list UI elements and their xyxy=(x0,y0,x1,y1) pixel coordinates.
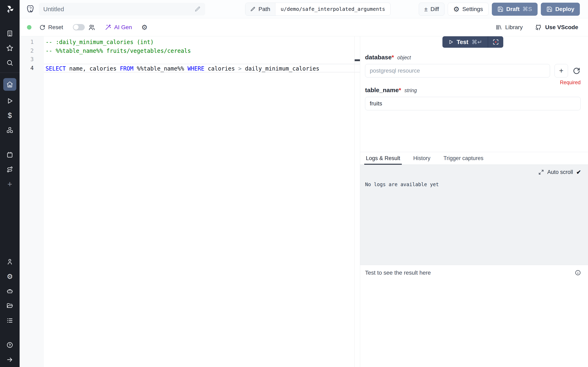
building-icon xyxy=(6,30,13,37)
sidebar-item-favorites[interactable] xyxy=(3,44,16,53)
add-resource-button[interactable]: + xyxy=(554,64,568,77)
deploy-button[interactable]: Deploy xyxy=(541,3,580,16)
sidebar-item-home[interactable] xyxy=(3,78,16,91)
toggle-knob xyxy=(73,25,79,30)
sidebar-item-help[interactable] xyxy=(3,341,16,350)
collaboration-toggle[interactable] xyxy=(73,24,85,30)
sidebar-item-workers[interactable] xyxy=(3,287,16,296)
sidebar-item-schedules[interactable] xyxy=(3,150,16,159)
code-line[interactable]: -- :daily_minimum_calories (int) xyxy=(44,38,360,47)
logs-pane: Auto scroll ✔ No logs are available yet xyxy=(360,165,588,265)
autoscroll-label[interactable]: Auto scroll xyxy=(547,169,573,175)
param-database: database* object + Required xyxy=(365,54,581,85)
diff-icon: ± xyxy=(424,6,428,13)
sidebar-item-flows[interactable] xyxy=(3,165,16,174)
settings-button[interactable]: ⚙ Settings xyxy=(448,3,489,16)
gear-icon: ⚙ xyxy=(7,273,13,280)
play-icon xyxy=(6,98,13,104)
sidebar-item-account[interactable] xyxy=(3,257,16,266)
path-label: Path xyxy=(259,6,270,12)
postgresql-icon xyxy=(25,4,35,14)
script-title: Untitled xyxy=(43,6,195,13)
sidebar: $ + ⚙ xyxy=(0,0,20,367)
edit-pencil-icon[interactable] xyxy=(195,6,201,12)
reset-button[interactable]: Reset xyxy=(39,24,63,31)
plus-icon: + xyxy=(7,180,12,189)
expand-icon[interactable] xyxy=(538,169,544,175)
ai-gen-wand-icon xyxy=(105,24,111,31)
path-value: u/demo/safe_interpolated_arguments xyxy=(276,3,390,16)
topbar: Untitled Path u/demo/safe_interpolated_a… xyxy=(20,0,588,18)
diff-button[interactable]: ± Diff xyxy=(419,3,444,16)
arrow-right-icon xyxy=(6,356,13,363)
panel-tabs: Logs & Result History Trigger captures xyxy=(360,152,588,165)
tab-logs-result[interactable]: Logs & Result xyxy=(365,152,401,165)
result-pane: Test to see the result here xyxy=(360,265,588,367)
windmill-logo-icon[interactable] xyxy=(5,4,15,14)
sidebar-item-add[interactable]: + xyxy=(3,180,16,189)
result-hint: Test to see the result here xyxy=(365,269,575,276)
logs-empty-message: No logs are available yet xyxy=(365,182,588,187)
settings-label: Settings xyxy=(462,6,483,12)
test-button[interactable]: Test ⌘↵ xyxy=(442,36,503,48)
sidebar-collapse-button[interactable] xyxy=(3,355,16,364)
draft-label: Draft xyxy=(506,6,520,12)
draft-button[interactable]: Draft ⌘S xyxy=(492,3,537,16)
ai-gen-label: AI Gen xyxy=(114,24,132,31)
path-button[interactable]: Path u/demo/safe_interpolated_arguments xyxy=(245,3,390,16)
sidebar-item-resources[interactable] xyxy=(3,126,16,135)
line-number: 1 xyxy=(20,38,44,47)
capture-button[interactable] xyxy=(488,36,503,48)
edit-pencil-icon xyxy=(250,7,256,12)
save-floppy-icon xyxy=(546,6,553,12)
reset-label: Reset xyxy=(48,24,63,31)
gutter: 1234 xyxy=(20,36,44,367)
code-lines: -- :daily_minimum_calories (int)-- %%tab… xyxy=(44,36,360,72)
editor-settings-gear-icon[interactable]: ⚙ xyxy=(141,24,147,31)
sidebar-item-settings[interactable]: ⚙ xyxy=(3,272,16,281)
code-line[interactable]: -- %%table_name%% fruits/vegetables/cere… xyxy=(44,47,360,55)
sidebar-item-workspace[interactable] xyxy=(3,29,16,38)
sidebar-item-runs[interactable] xyxy=(3,96,16,105)
app-root: $ + ⚙ xyxy=(0,0,588,367)
collaboration-users-icon xyxy=(88,24,95,31)
sidebar-item-search[interactable] xyxy=(3,58,16,67)
topbar-actions: ± Diff ⚙ Settings Draft ⌘S Deploy xyxy=(419,3,580,16)
info-icon[interactable] xyxy=(575,269,581,276)
code-line[interactable]: SELECT name, calories FROM %%table_name%… xyxy=(44,64,360,73)
draft-shortcut: ⌘S xyxy=(522,6,532,12)
collaboration-control[interactable] xyxy=(73,24,95,31)
param-database-type: object xyxy=(397,55,411,60)
ai-gen-button[interactable]: AI Gen xyxy=(105,24,132,31)
person-icon xyxy=(6,258,13,265)
refresh-resources-button[interactable] xyxy=(572,67,581,75)
script-title-field[interactable]: Untitled xyxy=(39,3,205,16)
toolbar-right: Library Use VScode xyxy=(495,24,578,31)
code-line[interactable] xyxy=(44,55,360,64)
autoscroll-check-icon[interactable]: ✔ xyxy=(576,169,581,175)
database-input[interactable] xyxy=(365,64,550,77)
sidebar-item-variables[interactable]: $ xyxy=(3,111,16,120)
tab-history[interactable]: History xyxy=(412,152,431,165)
play-icon xyxy=(448,39,453,45)
required-star: * xyxy=(392,54,394,60)
tab-trigger-captures[interactable]: Trigger captures xyxy=(443,152,484,165)
cubes-icon xyxy=(6,127,13,134)
status-dot xyxy=(27,25,31,30)
use-vscode-button[interactable]: Use VScode xyxy=(535,24,578,31)
deploy-label: Deploy xyxy=(555,6,574,12)
route-icon xyxy=(6,166,13,173)
library-button[interactable]: Library xyxy=(495,24,523,31)
test-button-main[interactable]: Test ⌘↵ xyxy=(442,36,488,48)
sidebar-item-audit-logs[interactable] xyxy=(3,316,16,325)
code-editor[interactable]: 1234 -- :daily_minimum_calories (int)-- … xyxy=(20,36,360,367)
library-icon xyxy=(495,24,502,31)
github-icon xyxy=(535,24,542,31)
table-name-input[interactable] xyxy=(365,97,581,110)
test-shortcut: ⌘↵ xyxy=(472,39,482,45)
editor-toolbar: Reset AI Gen ⚙ Library Use VScode xyxy=(20,18,588,36)
sidebar-item-folders[interactable] xyxy=(3,301,16,310)
line-number: 2 xyxy=(20,47,44,55)
home-icon xyxy=(6,81,13,88)
folder-open-icon xyxy=(6,302,13,309)
